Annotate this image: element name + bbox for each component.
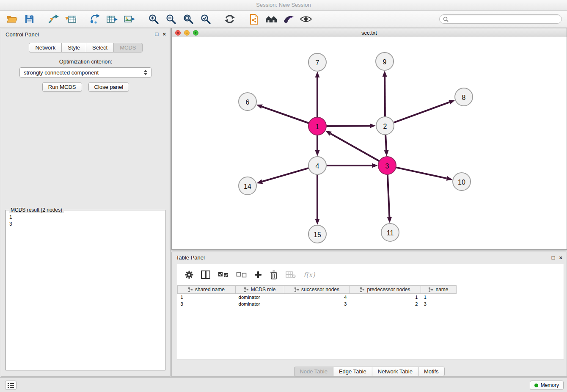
graph-node-11[interactable]: 11: [381, 224, 399, 241]
table-cell[interactable]: 3: [284, 301, 350, 307]
graph-node-1[interactable]: 1: [308, 117, 326, 135]
network-window-titlebar[interactable]: × − + scc.txt: [172, 28, 567, 37]
memory-button[interactable]: Memory: [530, 381, 564, 390]
zoom-window-icon[interactable]: +: [193, 30, 198, 36]
graph-edge-1-2[interactable]: [326, 124, 376, 128]
create-column-button[interactable]: [254, 268, 262, 281]
zoom-in-icon: [148, 14, 159, 25]
tab-select[interactable]: Select: [86, 43, 114, 52]
apply-style-button[interactable]: [281, 12, 296, 26]
graph-edge-4-15[interactable]: [315, 174, 320, 225]
export-table-button[interactable]: [105, 12, 120, 26]
table-cell[interactable]: dominator: [236, 301, 284, 307]
home-layout-button[interactable]: [264, 12, 279, 26]
zoom-selected-button[interactable]: [198, 12, 213, 26]
graph-node-4[interactable]: 4: [308, 157, 326, 174]
open-session-button[interactable]: [4, 12, 19, 26]
graph-node-2[interactable]: 2: [376, 117, 394, 135]
zoom-fit-button[interactable]: [181, 12, 196, 26]
table-cell[interactable]: 1: [350, 294, 421, 301]
function-builder-button[interactable]: f(x): [303, 268, 315, 281]
search-box[interactable]: [439, 14, 562, 24]
close-window-icon[interactable]: ×: [175, 30, 181, 36]
zoom-out-button[interactable]: [163, 12, 179, 26]
graph-edge-2-9[interactable]: [383, 71, 387, 117]
tab-mcds[interactable]: MCDS: [113, 43, 142, 52]
network-file-button[interactable]: [246, 12, 261, 26]
graph-node-14[interactable]: 14: [239, 177, 256, 195]
tab-network-table[interactable]: Network Table: [372, 367, 418, 376]
graph-node-9[interactable]: 9: [376, 52, 394, 70]
table-cell[interactable]: 4: [284, 294, 350, 301]
svg-text:11: 11: [387, 229, 394, 237]
search-input[interactable]: [451, 16, 558, 22]
table-cell[interactable]: 3: [421, 301, 457, 307]
criterion-select[interactable]: strongly connected component: [19, 67, 151, 77]
table-cell[interactable]: 3: [178, 301, 236, 307]
import-network-button[interactable]: [46, 12, 61, 26]
graph-edge-4-14[interactable]: [256, 168, 309, 184]
graph-edge-3-10[interactable]: [396, 167, 453, 180]
show-graphics-button[interactable]: [298, 12, 314, 26]
tab-motifs[interactable]: Motifs: [418, 367, 445, 376]
delete-column-button[interactable]: [270, 268, 278, 281]
select-all-columns-button[interactable]: [218, 268, 228, 281]
graph-edge-1-6[interactable]: [256, 105, 309, 123]
optimization-criterion-label: Optimization criterion:: [1, 58, 170, 65]
tab-edge-table[interactable]: Edge Table: [333, 367, 372, 376]
table-cell[interactable]: 1: [421, 294, 457, 301]
graph-edge-1-7[interactable]: [315, 72, 320, 117]
table-toolbar: f(x): [177, 264, 564, 285]
column-type-icon: [295, 287, 299, 292]
deselect-all-columns-button[interactable]: [236, 268, 247, 281]
column-header-successor-nodes[interactable]: successor nodes: [284, 286, 350, 294]
graph-node-6[interactable]: 6: [239, 93, 256, 110]
table-settings-button[interactable]: [185, 268, 193, 281]
main-toolbar: [0, 11, 567, 28]
task-history-button[interactable]: [5, 381, 17, 390]
export-image-button[interactable]: [122, 12, 137, 26]
column-header-predecessor-nodes[interactable]: predecessor nodes: [350, 286, 421, 294]
graph-edge-2-8[interactable]: [394, 100, 455, 123]
export-network-button[interactable]: [87, 12, 102, 26]
close-panel-button[interactable]: Close panel: [88, 82, 129, 92]
graph-node-10[interactable]: 10: [453, 173, 471, 190]
save-session-button[interactable]: [22, 12, 37, 26]
zoom-in-button[interactable]: [146, 12, 161, 26]
graph-edge-3-1[interactable]: [325, 131, 380, 161]
table-cell[interactable]: dominator: [236, 294, 284, 301]
graph-node-7[interactable]: 7: [308, 53, 326, 71]
home-icon: [265, 14, 278, 24]
mcds-result-box[interactable]: MCDS result (2 nodes) 1 3: [6, 210, 165, 370]
column-header-mcds-role[interactable]: MCDS role: [236, 286, 284, 294]
graph-edge-2-3[interactable]: [384, 135, 389, 156]
graph-node-8[interactable]: 8: [455, 88, 473, 106]
refresh-layout-button[interactable]: [222, 12, 237, 26]
import-table-button[interactable]: [63, 12, 78, 26]
table-cell[interactable]: 1: [178, 294, 236, 301]
graph-edge-3-11[interactable]: [387, 174, 392, 223]
close-table-panel-icon[interactable]: ×: [559, 255, 562, 261]
network-window: × − + scc.txt 7968124310141511: [171, 28, 567, 250]
show-columns-button[interactable]: [201, 268, 210, 281]
table-cell[interactable]: 2: [350, 301, 421, 307]
tab-style[interactable]: Style: [61, 43, 86, 52]
graph-edge-4-3[interactable]: [326, 163, 378, 168]
run-mcds-button[interactable]: Run MCDS: [42, 82, 82, 92]
graph-node-3[interactable]: 3: [378, 157, 396, 174]
close-panel-icon[interactable]: ×: [162, 31, 166, 37]
column-header-shared-name[interactable]: shared name: [178, 286, 236, 294]
delete-table-button[interactable]: [286, 268, 296, 281]
export-image-icon: [124, 14, 135, 25]
column-header-name[interactable]: name: [421, 286, 457, 294]
table-row[interactable]: 3dominator323: [178, 301, 564, 307]
graph-node-15[interactable]: 15: [308, 225, 326, 243]
tab-network[interactable]: Network: [29, 43, 62, 52]
network-canvas[interactable]: 7968124310141511: [172, 37, 567, 249]
minimize-window-icon[interactable]: −: [184, 30, 190, 36]
tab-node-table[interactable]: Node Table: [294, 367, 333, 376]
graph-edge-1-4[interactable]: [315, 135, 320, 156]
float-table-panel-icon[interactable]: □: [552, 255, 555, 261]
table-row[interactable]: 1dominator411: [178, 294, 564, 301]
float-panel-icon[interactable]: □: [155, 31, 159, 37]
